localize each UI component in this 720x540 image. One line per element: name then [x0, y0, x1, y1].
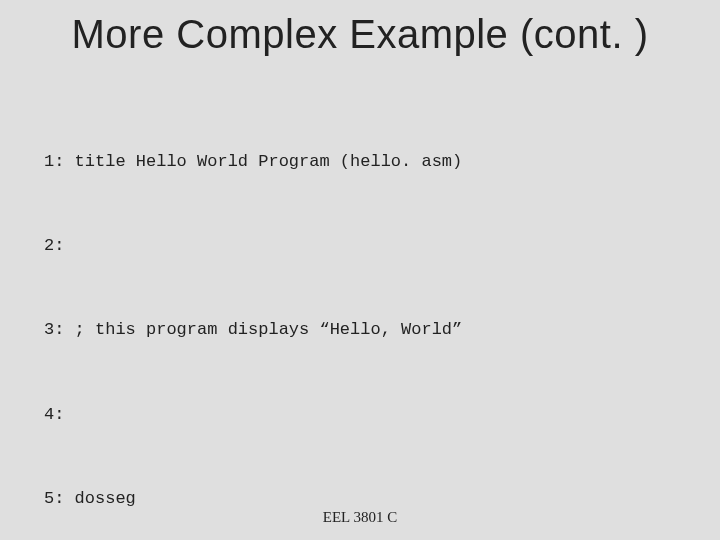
slide: More Complex Example (cont. ) 1: title H…	[0, 0, 720, 540]
slide-title: More Complex Example (cont. )	[0, 12, 720, 57]
code-line: 3: ; this program displays “Hello, World…	[44, 316, 676, 344]
code-line: 1: title Hello World Program (hello. asm…	[44, 148, 676, 176]
code-line: 2:	[44, 232, 676, 260]
code-line: 4:	[44, 401, 676, 429]
slide-footer: EEL 3801 C	[0, 509, 720, 526]
code-block: 1: title Hello World Program (hello. asm…	[44, 92, 676, 540]
